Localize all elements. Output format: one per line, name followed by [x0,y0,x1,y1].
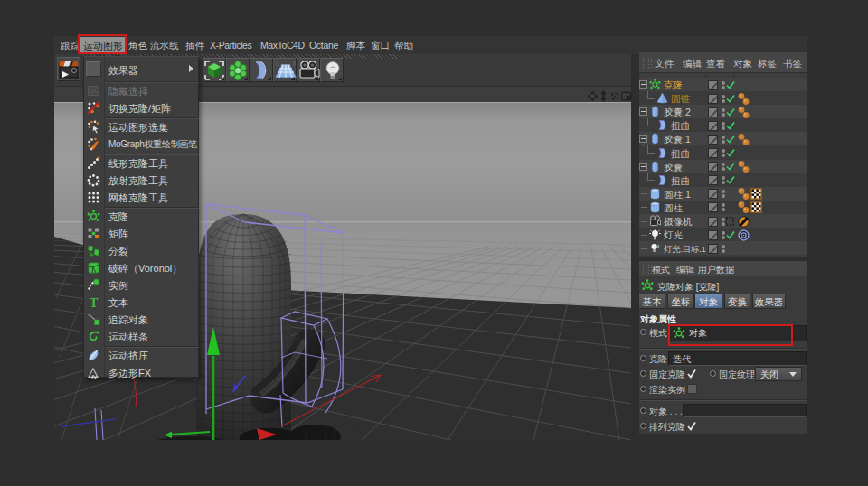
svg-text:GG: GG [90,88,99,94]
svg-text:fx: fx [91,373,98,380]
svg-text:o: o [656,243,659,248]
svg-text:T: T [90,296,99,309]
